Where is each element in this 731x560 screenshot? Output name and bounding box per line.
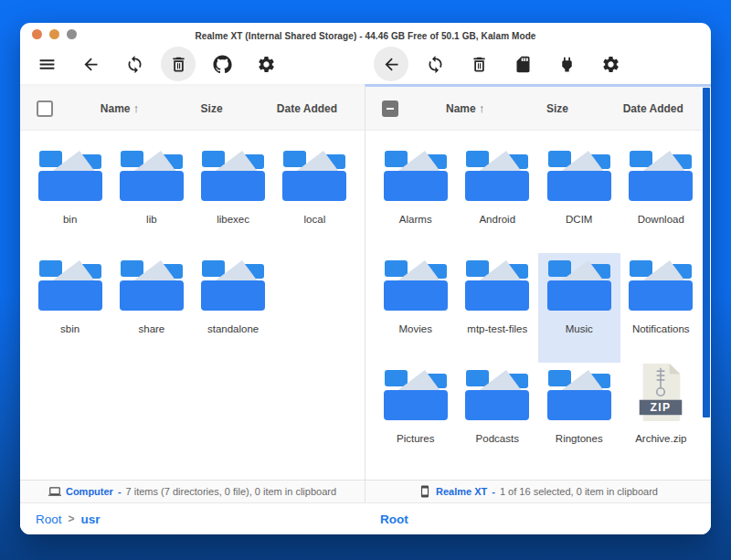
- storage-button[interactable]: [505, 47, 540, 81]
- column-header-name[interactable]: Name ↑: [411, 101, 520, 115]
- select-all-checkbox-device[interactable]: [382, 100, 398, 117]
- breadcrumb-device: Root: [365, 512, 711, 526]
- column-name-label: Name: [446, 102, 476, 115]
- folder-icon: [545, 366, 614, 421]
- folder-icon: [462, 366, 532, 421]
- breadcrumb-item-root[interactable]: Root: [380, 512, 408, 526]
- file-item-label: standalone: [207, 323, 259, 334]
- usb-button[interactable]: [549, 47, 584, 81]
- folder-icon: [381, 147, 450, 202]
- close-window-button[interactable]: [32, 29, 42, 39]
- folder-icon: [626, 147, 695, 202]
- file-item-label: share: [138, 323, 164, 334]
- column-name-label: Name: [101, 102, 131, 115]
- column-header-date-added[interactable]: Date Added: [249, 102, 365, 115]
- folder-icon: [198, 257, 268, 312]
- file-item-lib[interactable]: lib: [111, 143, 192, 253]
- folder-icon: [280, 147, 349, 202]
- folder-icon: [381, 366, 450, 421]
- column-header-size[interactable]: Size: [174, 102, 249, 115]
- folder-icon: [626, 257, 695, 312]
- content-area: Name ↑ Size Date Added bin lib libexec l…: [20, 84, 711, 480]
- breadcrumb-separator: >: [69, 512, 75, 525]
- menu-icon: [37, 55, 57, 74]
- back-button[interactable]: [374, 47, 408, 81]
- select-all-checkbox[interactable]: [37, 100, 53, 117]
- refresh-button[interactable]: [418, 47, 452, 81]
- status-dash: -: [118, 486, 122, 497]
- smartphone-icon: [418, 485, 431, 498]
- file-item-label: Notifications: [632, 323, 690, 334]
- column-header-size[interactable]: Size: [520, 102, 596, 115]
- file-item-DCIM[interactable]: DCIM: [538, 143, 620, 253]
- file-item-label: DCIM: [566, 214, 592, 225]
- power-plug-icon: [557, 55, 577, 74]
- sort-asc-icon: ↑: [479, 101, 485, 115]
- file-item-Pictures[interactable]: Pictures: [375, 363, 457, 472]
- gear-icon: [257, 55, 276, 74]
- file-item-mtp-test-files[interactable]: mtp-test-files: [457, 253, 539, 363]
- folder-icon: [462, 147, 532, 202]
- file-item-Archive.zip[interactable]: ZIP Archive.zip: [620, 363, 703, 472]
- file-item-label: Alarms: [399, 214, 432, 225]
- back-button[interactable]: [73, 47, 108, 81]
- file-item-standalone[interactable]: standalone: [193, 253, 274, 363]
- file-item-Podcasts[interactable]: Podcasts: [457, 363, 539, 472]
- desktop-background: Realme XT (Internal Shared Storage) - 44…: [0, 0, 731, 560]
- device-link[interactable]: Realme XT: [436, 486, 487, 497]
- breadcrumb-item-root[interactable]: Root: [36, 512, 62, 526]
- traffic-lights: [32, 29, 77, 39]
- file-grid-local: bin lib libexec local sbin share standal…: [20, 131, 365, 363]
- laptop-icon: [48, 485, 61, 498]
- file-item-Download[interactable]: Download: [620, 143, 703, 253]
- file-item-Alarms[interactable]: Alarms: [375, 143, 457, 253]
- file-item-sbin[interactable]: sbin: [29, 253, 111, 363]
- file-item-Notifications[interactable]: Notifications: [620, 253, 703, 363]
- file-item-label: bin: [63, 214, 77, 225]
- delete-button[interactable]: [161, 47, 196, 81]
- folder-icon: [462, 257, 532, 312]
- folder-icon: [117, 147, 186, 202]
- file-item-Music[interactable]: Music: [538, 253, 620, 363]
- menu-button[interactable]: [29, 47, 64, 81]
- trash-icon: [470, 55, 489, 74]
- settings-button[interactable]: [593, 47, 628, 81]
- breadcrumb-bar: Root>usr Root: [20, 503, 711, 534]
- zip-file-icon: ZIP: [637, 366, 684, 421]
- status-summary: 7 items (7 directories, 0 file), 0 item …: [126, 486, 336, 497]
- svg-text:ZIP: ZIP: [651, 401, 672, 414]
- sort-asc-icon: ↑: [133, 101, 140, 115]
- file-item-label: Pictures: [397, 433, 435, 444]
- folder-icon: [545, 147, 614, 202]
- file-item-Android[interactable]: Android: [457, 143, 539, 253]
- scrollbar-track: [703, 87, 711, 480]
- file-item-libexec[interactable]: libexec: [193, 143, 274, 253]
- settings-button[interactable]: [249, 47, 283, 81]
- status-dash: -: [492, 486, 495, 497]
- pane-device: Name ↑ Size Date Added Alarms Android DC…: [365, 84, 711, 480]
- file-item-share[interactable]: share: [111, 253, 192, 363]
- github-button[interactable]: [205, 47, 239, 81]
- statusbar: Computer - 7 items (7 directories, 0 fil…: [20, 480, 711, 503]
- breadcrumb-item-usr[interactable]: usr: [81, 512, 101, 526]
- folder-icon: [117, 257, 186, 312]
- file-item-label: libexec: [217, 214, 249, 225]
- refresh-button[interactable]: [117, 47, 152, 81]
- file-item-Movies[interactable]: Movies: [375, 253, 457, 363]
- delete-button[interactable]: [461, 47, 496, 81]
- minimize-window-button[interactable]: [49, 29, 59, 39]
- titlebar: Realme XT (Internal Shared Storage) - 44…: [20, 23, 711, 44]
- pane-local: Name ↑ Size Date Added bin lib libexec l…: [20, 84, 365, 480]
- column-header-name[interactable]: Name ↑: [66, 101, 174, 115]
- computer-link[interactable]: Computer: [66, 486, 113, 497]
- arrow-back-icon: [81, 55, 101, 74]
- column-header-date-added[interactable]: Date Added: [596, 102, 711, 115]
- file-item-bin[interactable]: bin: [29, 143, 111, 253]
- file-item-Ringtones[interactable]: Ringtones: [538, 363, 620, 472]
- breadcrumb-local: Root>usr: [20, 512, 365, 526]
- maximize-window-button[interactable]: [67, 29, 77, 39]
- toolbar-local: [20, 44, 365, 84]
- file-grid-device: Alarms Android DCIM Download Movies mtp-…: [366, 131, 711, 472]
- scrollbar-thumb[interactable]: [703, 88, 710, 417]
- file-item-local[interactable]: local: [274, 143, 355, 253]
